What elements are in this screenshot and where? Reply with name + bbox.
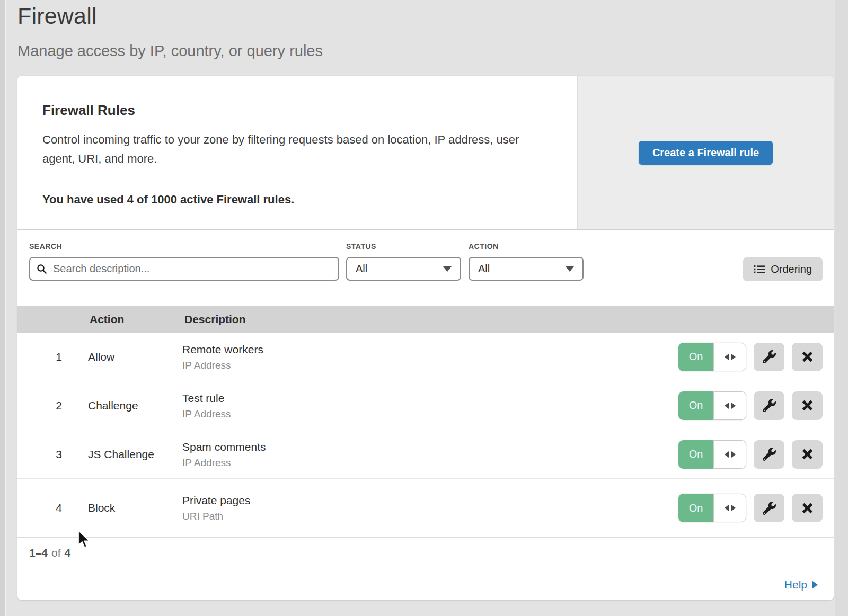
- x-icon: [801, 502, 814, 514]
- status-dropdown[interactable]: All: [346, 257, 461, 281]
- column-header-action: Action: [90, 306, 124, 333]
- help-link-label: Help: [784, 578, 807, 591]
- edit-rule-button[interactable]: [754, 440, 784, 469]
- x-icon: [801, 448, 814, 460]
- window-left-edge: [0, 0, 6, 616]
- delete-rule-button[interactable]: [792, 343, 823, 371]
- rule-description: Remote workers IP Address: [182, 343, 263, 371]
- rules-list-card: SEARCH STATUS All ACTION All: [17, 230, 834, 600]
- toggle-on-label: On: [678, 343, 713, 371]
- rule-description-type: IP Address: [182, 359, 263, 371]
- drag-arrows-icon: [713, 440, 746, 469]
- rule-priority: 3: [48, 448, 69, 461]
- rule-action: Challenge: [88, 399, 138, 412]
- column-header-description: Description: [184, 306, 246, 333]
- create-firewall-rule-button[interactable]: Create a Firewall rule: [639, 141, 773, 165]
- rule-enabled-toggle[interactable]: On: [678, 391, 746, 420]
- delete-rule-button[interactable]: [792, 440, 823, 469]
- pagination-total: 4: [65, 547, 71, 559]
- action-dropdown-value: All: [478, 263, 490, 275]
- ordering-button[interactable]: Ordering: [743, 257, 823, 281]
- card-description: Control incoming traffic to your zone by…: [42, 130, 543, 168]
- toggle-on-label: On: [678, 391, 713, 420]
- drag-arrows-icon: [713, 494, 746, 522]
- wrench-icon: [763, 502, 776, 515]
- rules-table-body: 1 Allow Remote workers IP Address On: [17, 333, 834, 538]
- table-header: Action Description: [17, 306, 834, 333]
- search-input-wrapper: [29, 257, 339, 281]
- firewall-rules-card-text: Firewall Rules Control incoming traffic …: [17, 76, 578, 229]
- window-right-edge: [835, 0, 848, 616]
- rule-description-type: URI Path: [182, 511, 250, 522]
- status-label: STATUS: [346, 242, 376, 251]
- caret-right-icon: [812, 581, 818, 589]
- rule-description-title: Spam comments: [182, 440, 266, 453]
- rule-enabled-toggle[interactable]: On: [678, 440, 746, 469]
- rule-action: JS Challenge: [88, 448, 154, 461]
- wrench-icon: [763, 350, 776, 363]
- rule-description-type: IP Address: [182, 457, 266, 468]
- status-dropdown-value: All: [356, 263, 367, 275]
- edit-rule-button[interactable]: [754, 494, 784, 522]
- rule-description-title: Test rule: [182, 391, 231, 404]
- edit-rule-button[interactable]: [754, 391, 784, 420]
- page-subtitle: Manage access by IP, country, or query r…: [17, 42, 323, 60]
- pagination-range: 1–4: [29, 547, 48, 559]
- rule-action: Block: [88, 502, 115, 514]
- pagination-of: of: [51, 547, 61, 559]
- rule-controls: On: [678, 494, 823, 522]
- pagination: 1–4 of 4: [17, 537, 834, 569]
- drag-arrows-icon: [713, 391, 746, 420]
- action-label: ACTION: [469, 242, 499, 251]
- rule-description-title: Remote workers: [182, 343, 263, 355]
- rule-priority: 2: [48, 399, 69, 412]
- rule-action: Allow: [88, 351, 114, 363]
- delete-rule-button[interactable]: [792, 494, 823, 522]
- rule-controls: On: [678, 343, 823, 371]
- rule-controls: On: [678, 391, 823, 420]
- delete-rule-button[interactable]: [792, 391, 823, 420]
- wrench-icon: [763, 399, 776, 412]
- table-row: 2 Challenge Test rule IP Address On: [17, 381, 834, 430]
- rule-description: Private pages URI Path: [182, 494, 250, 522]
- x-icon: [801, 399, 814, 412]
- rule-enabled-toggle[interactable]: On: [678, 494, 746, 522]
- chevron-down-icon: [443, 266, 452, 272]
- table-row: 3 JS Challenge Spam comments IP Address …: [17, 430, 834, 479]
- search-icon: [37, 264, 47, 274]
- toggle-on-label: On: [678, 494, 713, 522]
- search-label: SEARCH: [29, 242, 62, 251]
- rule-description-type: IP Address: [182, 408, 231, 419]
- rule-description-title: Private pages: [182, 494, 250, 507]
- ordered-list-icon: [754, 265, 765, 274]
- wrench-icon: [763, 448, 776, 461]
- rule-controls: On: [678, 440, 823, 469]
- help-link[interactable]: Help: [784, 578, 818, 591]
- card-heading: Firewall Rules: [42, 102, 551, 119]
- chevron-down-icon: [566, 266, 574, 272]
- firewall-rules-card: Firewall Rules Control incoming traffic …: [17, 76, 834, 229]
- x-icon: [801, 351, 814, 363]
- search-input[interactable]: [52, 262, 332, 275]
- toggle-on-label: On: [678, 440, 713, 469]
- rule-priority: 4: [48, 502, 69, 514]
- rule-description: Spam comments IP Address: [182, 440, 266, 468]
- create-rule-panel: Create a Firewall rule: [577, 76, 834, 229]
- rule-enabled-toggle[interactable]: On: [678, 343, 746, 371]
- firewall-page: Firewall Manage access by IP, country, o…: [0, 0, 848, 616]
- rule-description: Test rule IP Address: [182, 391, 231, 419]
- rule-priority: 1: [48, 351, 69, 363]
- action-dropdown[interactable]: All: [469, 257, 584, 281]
- table-row: 1 Allow Remote workers IP Address On: [17, 333, 834, 381]
- help-row: Help: [17, 569, 834, 600]
- table-row: 4 Block Private pages URI Path On: [17, 479, 834, 538]
- usage-text: You have used 4 of 1000 active Firewall …: [42, 193, 551, 207]
- drag-arrows-icon: [713, 343, 746, 371]
- edit-rule-button[interactable]: [754, 343, 784, 371]
- page-title: Firewall: [17, 3, 97, 29]
- ordering-button-label: Ordering: [771, 263, 812, 275]
